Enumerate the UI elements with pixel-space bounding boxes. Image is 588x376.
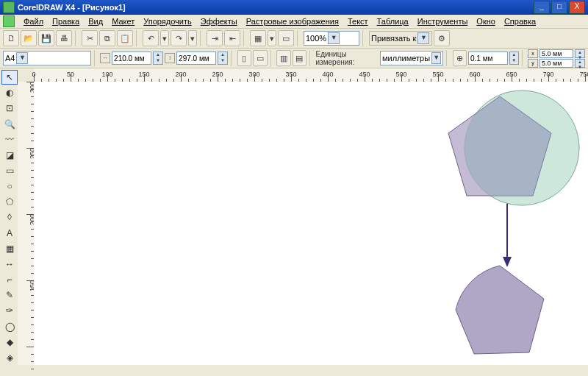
welcome-button[interactable]: ▭	[278, 30, 294, 46]
print-button[interactable]: 🖶	[56, 30, 72, 46]
app-icon	[3, 1, 15, 13]
separator	[309, 50, 313, 66]
canvas-shapes	[419, 89, 581, 369]
menu-edit[interactable]: Правка	[48, 16, 84, 26]
arrow-head-icon	[503, 257, 512, 267]
smart-fill-tool[interactable]: ◪	[1, 148, 18, 163]
intersection-shape[interactable]	[456, 266, 544, 354]
app-dropdown[interactable]: ▾	[268, 30, 276, 46]
menu-tools[interactable]: Инструменты	[413, 16, 473, 26]
portrait-button[interactable]: ▯	[237, 50, 251, 66]
app-launcher-button[interactable]: ▦	[250, 30, 266, 46]
paper-size-combo[interactable]: A4 ▼	[3, 51, 91, 65]
shape-tool[interactable]: ◐	[1, 85, 18, 100]
snap-label: Привязать к	[371, 34, 416, 43]
menu-view[interactable]: Вид	[84, 16, 107, 26]
menu-effects[interactable]: Эффекты	[196, 16, 242, 26]
app-title: CorelDRAW X4 - [Рисунок1]	[18, 3, 126, 12]
ruler-h-label: 100	[101, 71, 112, 78]
units-combo[interactable]: миллиметры ▼	[380, 51, 443, 65]
basic-shapes-tool[interactable]: ◊	[1, 210, 18, 224]
text-tool[interactable]: A	[1, 226, 18, 241]
polygon-tool[interactable]: ⬠	[1, 194, 18, 209]
redo-button[interactable]: ↷	[171, 30, 187, 46]
redo-dropdown[interactable]: ▾	[188, 30, 197, 46]
page-height-input[interactable]	[176, 52, 216, 65]
menu-arrange[interactable]: Упорядочить	[139, 16, 196, 26]
cut-button[interactable]: ✂	[82, 30, 98, 46]
ruler-h-label: 650	[506, 71, 517, 78]
current-page-button[interactable]: ▤	[293, 50, 306, 66]
property-bar: A4 ▼ ↔ ▲▼ ↕ ▲▼ ▯ ▭ ▥ ▤ Единицы измерения…	[0, 49, 588, 68]
pick-tool[interactable]: ↖	[1, 70, 18, 85]
zoom-combo[interactable]: 100% ▼	[304, 31, 359, 46]
ruler-h-label: 350	[285, 71, 296, 78]
menu-bitmaps[interactable]: Растровые изображения	[242, 16, 343, 26]
minimize-button[interactable]: _	[534, 1, 550, 14]
page-width-input[interactable]	[112, 52, 151, 65]
new-button[interactable]: 🗋	[3, 30, 19, 46]
dimension-tool[interactable]: ↔	[1, 257, 18, 272]
interactive-fill-tool[interactable]: ◈	[1, 350, 18, 365]
undo-dropdown[interactable]: ▾	[160, 30, 169, 46]
ruler-h-label: 50	[67, 71, 74, 78]
undo-button[interactable]: ↶	[143, 30, 159, 46]
fill-tool[interactable]: ◆	[1, 335, 18, 350]
ruler-h-label: 450	[359, 71, 370, 78]
height-icon: ↕	[165, 53, 175, 63]
nudge-spinner[interactable]: ▲▼	[509, 52, 518, 65]
interactive-tool[interactable]: ✎	[1, 288, 18, 302]
open-button[interactable]: 📂	[21, 30, 37, 46]
options-button[interactable]: ⚙	[434, 30, 450, 46]
table-tool[interactable]: ▦	[1, 241, 18, 256]
dup-y-spinner[interactable]: ▲▼	[575, 59, 585, 68]
menu-text[interactable]: Текст	[343, 16, 373, 26]
height-spinner[interactable]: ▲▼	[218, 52, 228, 65]
connector-tool[interactable]: ⌐	[1, 272, 18, 287]
separator	[243, 30, 247, 46]
dup-x-input[interactable]	[539, 49, 573, 58]
work-area: ↖ ◐ ⊡ 🔍 〰 ◪ ▭ ○ ⬠ ◊ A ▦ ↔ ⌐ ✎ ✑ ◯ ◆ ◈ 05…	[0, 68, 588, 365]
ellipse-tool[interactable]: ○	[1, 179, 18, 194]
width-spinner[interactable]: ▲▼	[153, 52, 163, 65]
menu-help[interactable]: Справка	[500, 16, 540, 26]
ruler-horizontal[interactable]: 0501001502002503003504004505005506006507…	[34, 68, 588, 82]
ruler-h-label: 400	[322, 71, 333, 78]
paste-button[interactable]: 📋	[117, 30, 133, 46]
ruler-h-label: 750	[579, 71, 588, 78]
dup-y-input[interactable]	[539, 59, 573, 68]
dup-x-spinner[interactable]: ▲▼	[575, 49, 585, 58]
menu-bar: Файл Правка Вид Макет Упорядочить Эффект…	[0, 15, 588, 29]
import-button[interactable]: ⇥	[207, 30, 223, 46]
eyedropper-tool[interactable]: ✑	[1, 303, 18, 318]
ruler-h-label: 300	[248, 71, 259, 78]
save-button[interactable]: 💾	[38, 30, 54, 46]
copy-button[interactable]: ⧉	[99, 30, 115, 46]
rectangle-tool[interactable]: ▭	[1, 163, 18, 178]
menu-file[interactable]: Файл	[19, 16, 48, 26]
dup-x-icon: x	[528, 49, 538, 58]
drawing-canvas[interactable]	[34, 82, 588, 365]
landscape-button[interactable]: ▭	[253, 50, 267, 66]
outline-tool[interactable]: ◯	[1, 319, 18, 334]
export-button[interactable]: ⇤	[224, 30, 240, 46]
separator	[362, 30, 366, 46]
menu-window[interactable]: Окно	[472, 16, 500, 26]
zoom-tool[interactable]: 🔍	[1, 116, 18, 131]
menu-layout[interactable]: Макет	[107, 16, 139, 26]
all-pages-button[interactable]: ▥	[276, 50, 290, 66]
ruler-h-label: 500	[395, 71, 406, 78]
ruler-h-label: 150	[138, 71, 149, 78]
freehand-tool[interactable]: 〰	[1, 132, 18, 147]
separator	[136, 30, 140, 46]
ruler-h-label: 0	[32, 71, 35, 78]
menu-table[interactable]: Таблица	[373, 16, 413, 26]
ruler-h-label: 700	[542, 71, 553, 78]
crop-tool[interactable]: ⊡	[1, 101, 18, 116]
close-button[interactable]: X	[569, 1, 585, 14]
maximize-button[interactable]: □	[551, 1, 567, 14]
ruler-vertical[interactable]: 300250200150	[18, 82, 35, 365]
dropdown-arrow-icon: ▼	[16, 52, 28, 64]
snap-combo[interactable]: Привязать к ▼	[369, 31, 432, 46]
nudge-input[interactable]	[468, 52, 508, 65]
